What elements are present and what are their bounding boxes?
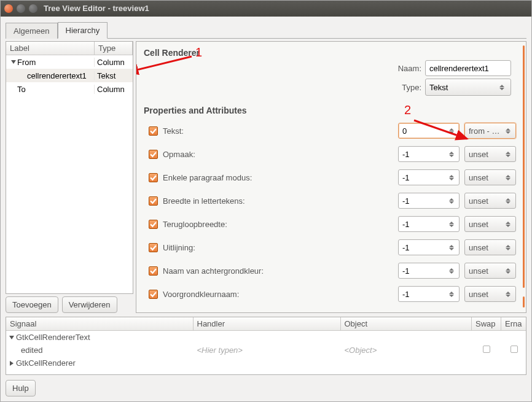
property-label: Enkele paragraaf modus: (163, 173, 393, 182)
property-checkbox[interactable] (149, 266, 158, 276)
col-header-type[interactable]: Type (95, 42, 133, 55)
property-row: Uitlijning:-1unset (144, 236, 516, 259)
tab-general[interactable]: Algemeen (6, 23, 58, 39)
property-label: Uitlijning: (163, 243, 393, 252)
property-checkbox[interactable] (149, 290, 158, 299)
disclosure-triangle-icon[interactable] (10, 361, 14, 366)
property-row: Opmaak:-1unset (144, 142, 516, 166)
type-select-value: Tekst (429, 83, 448, 92)
property-attr-select[interactable]: from - … (464, 123, 516, 139)
property-checkbox[interactable] (149, 220, 158, 229)
help-button[interactable]: Hulp (6, 380, 36, 396)
property-checkbox[interactable] (149, 243, 158, 252)
window-title: Tree View Editor - treeview1 (44, 4, 149, 13)
property-row: Breedte in lettertekens:-1unset (144, 189, 516, 212)
property-checkbox[interactable] (149, 126, 158, 136)
sig-col-after[interactable]: Erna (501, 317, 527, 331)
type-select[interactable]: Tekst (425, 79, 511, 96)
property-spinbox[interactable]: -1 (398, 146, 460, 162)
tree-row-type: Tekst (95, 71, 133, 80)
add-button[interactable]: Toevoegen (6, 296, 58, 313)
signal-row[interactable]: GtkCellRenderer (6, 357, 526, 369)
maximize-icon[interactable] (29, 4, 37, 13)
disclosure-triangle-icon[interactable] (11, 60, 16, 64)
main-row: Label Type FromColumncellrenderertext1Te… (1, 41, 531, 313)
close-icon[interactable] (4, 4, 13, 13)
name-input[interactable] (425, 60, 511, 76)
property-spinbox[interactable]: -1 (398, 169, 460, 185)
property-attr-select[interactable]: unset (464, 263, 516, 279)
property-checkbox[interactable] (149, 150, 158, 159)
signals-pane[interactable]: Signaal Handler Object Swap Erna GtkCell… (6, 317, 526, 375)
sig-col-signal[interactable]: Signaal (6, 317, 193, 331)
property-label: Terugloopbreedte: (163, 220, 393, 229)
minimize-icon[interactable] (17, 4, 25, 13)
signal-name: GtkCellRendererText (16, 333, 90, 342)
property-spinbox[interactable]: -1 (398, 216, 460, 232)
sig-col-handler[interactable]: Handler (193, 317, 340, 331)
property-spinbox[interactable]: -1 (398, 239, 460, 255)
name-label: Naam: (398, 64, 421, 73)
swap-checkbox[interactable] (483, 346, 490, 353)
col-header-label[interactable]: Label (6, 42, 95, 55)
property-row: Terugloopbreedte:-1unset (144, 212, 516, 236)
property-row: Naam van achtergrondkleur:-1unset (144, 259, 516, 282)
property-checkbox[interactable] (149, 196, 158, 206)
property-attr-select[interactable]: unset (464, 216, 516, 232)
remove-button[interactable]: Verwijderen (62, 296, 117, 313)
property-row: Tekst:0from - … (144, 119, 516, 142)
property-spinbox[interactable]: -1 (398, 193, 460, 209)
tree-row-label: cellrenderertext1 (27, 71, 87, 80)
property-attr-select[interactable]: unset (464, 239, 516, 255)
window: Tree View Editor - treeview1 Algemeen Hi… (0, 0, 532, 402)
property-checkbox[interactable] (149, 173, 158, 182)
property-attr-select[interactable]: unset (464, 146, 516, 162)
tree-row-label: To (17, 85, 26, 94)
sig-col-swap[interactable]: Swap (472, 317, 501, 331)
property-row: Enkele paragraaf modus:-1unset (144, 166, 516, 189)
property-spinbox[interactable]: -1 (398, 286, 460, 302)
property-attr-select[interactable]: unset (464, 286, 516, 302)
property-row: Voorgrondkleurnaam:-1unset (144, 282, 516, 306)
properties-pane: Cell Renderer Naam: Type: Tekst Properti… (136, 41, 526, 313)
tab-hierarchy[interactable]: Hierarchy (58, 22, 108, 39)
tree-row-type: Column (95, 58, 133, 67)
hierarchy-tree[interactable]: Label Type FromColumncellrenderertext1Te… (6, 41, 133, 294)
section-properties: Properties and Attributes (144, 106, 518, 115)
property-attr-select[interactable]: unset (464, 169, 516, 185)
tree-row[interactable]: FromColumn (6, 55, 133, 69)
handler-input[interactable]: <Hier typen> (193, 344, 340, 357)
property-spinbox[interactable]: 0 (398, 123, 460, 139)
tab-bar: Algemeen Hierarchy (1, 17, 531, 39)
property-label: Naam van achtergrondkleur: (163, 266, 393, 276)
signal-name: GtkCellRenderer (16, 358, 76, 368)
property-label: Breedte in lettertekens: (163, 196, 393, 206)
after-checkbox[interactable] (510, 346, 518, 353)
titlebar: Tree View Editor - treeview1 (1, 1, 531, 17)
hierarchy-pane: Label Type FromColumncellrenderertext1Te… (6, 41, 133, 313)
disclosure-triangle-icon[interactable] (9, 336, 14, 339)
scroll-indicator-icon[interactable] (523, 296, 525, 307)
type-label: Type: (402, 83, 421, 92)
signal-name: edited (21, 346, 42, 355)
property-label: Opmaak: (163, 150, 393, 159)
object-input[interactable]: <Object> (340, 344, 472, 357)
property-spinbox[interactable]: -1 (398, 263, 460, 279)
section-cell-renderer: Cell Renderer (144, 48, 518, 58)
property-attr-select[interactable]: unset (464, 193, 516, 209)
property-label: Voorgrondkleurnaam: (163, 290, 393, 299)
scroll-indicator-icon[interactable] (523, 45, 525, 288)
signal-row[interactable]: edited<Hier typen><Object> (6, 344, 526, 357)
sig-col-object[interactable]: Object (340, 317, 472, 331)
signal-row[interactable]: GtkCellRendererText (6, 331, 526, 344)
property-label: Tekst: (163, 126, 393, 136)
tree-row-label: From (17, 58, 36, 67)
tree-row[interactable]: cellrenderertext1Tekst (6, 69, 133, 82)
tree-row[interactable]: ToColumn (6, 82, 133, 96)
tree-row-type: Column (95, 85, 133, 94)
